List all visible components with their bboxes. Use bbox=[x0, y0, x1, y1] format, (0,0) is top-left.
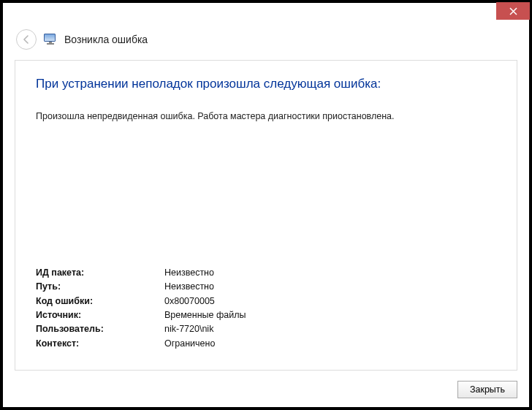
back-button[interactable] bbox=[16, 29, 37, 50]
detail-value: Неизвестно bbox=[164, 266, 214, 280]
detail-label: ИД пакета: bbox=[36, 266, 164, 280]
detail-label: Контекст: bbox=[36, 337, 164, 351]
window-title: Возникла ошибка bbox=[64, 34, 148, 45]
content-area: При устранении неполадок произошла следу… bbox=[15, 60, 517, 371]
detail-row: Код ошибки: 0x80070005 bbox=[36, 295, 496, 308]
window-close-button[interactable] bbox=[496, 2, 530, 20]
troubleshooter-icon bbox=[44, 34, 57, 45]
detail-value: Неизвестно bbox=[164, 280, 214, 294]
detail-row: Пользователь: nik-7720\nik bbox=[36, 322, 496, 336]
detail-value: nik-7720\nik bbox=[164, 322, 213, 336]
detail-value: Ограничено bbox=[164, 337, 215, 351]
footer: Закрыть bbox=[3, 376, 529, 407]
error-details: ИД пакета: Неизвестно Путь: Неизвестно К… bbox=[36, 266, 496, 351]
close-button[interactable]: Закрыть bbox=[457, 381, 517, 398]
detail-label: Путь: bbox=[36, 280, 164, 294]
detail-label: Код ошибки: bbox=[36, 295, 164, 308]
troubleshooter-window: Возникла ошибка При устранении неполадок… bbox=[0, 0, 532, 410]
error-message: Произошла непредвиденная ошибка. Работа … bbox=[36, 110, 496, 124]
detail-label: Источник: bbox=[36, 308, 164, 322]
arrow-left-icon bbox=[21, 34, 31, 45]
detail-label: Пользователь: bbox=[36, 322, 164, 336]
error-heading: При устранении неполадок произошла следу… bbox=[36, 77, 496, 91]
detail-row: Источник: Временные файлы bbox=[36, 308, 496, 322]
header: Возникла ошибка bbox=[3, 25, 529, 60]
detail-row: Путь: Неизвестно bbox=[36, 280, 496, 294]
detail-value: Временные файлы bbox=[164, 308, 246, 322]
detail-row: Контекст: Ограничено bbox=[36, 337, 496, 351]
detail-row: ИД пакета: Неизвестно bbox=[36, 266, 496, 280]
close-icon bbox=[509, 7, 517, 15]
titlebar bbox=[3, 3, 529, 25]
detail-value: 0x80070005 bbox=[164, 295, 215, 308]
